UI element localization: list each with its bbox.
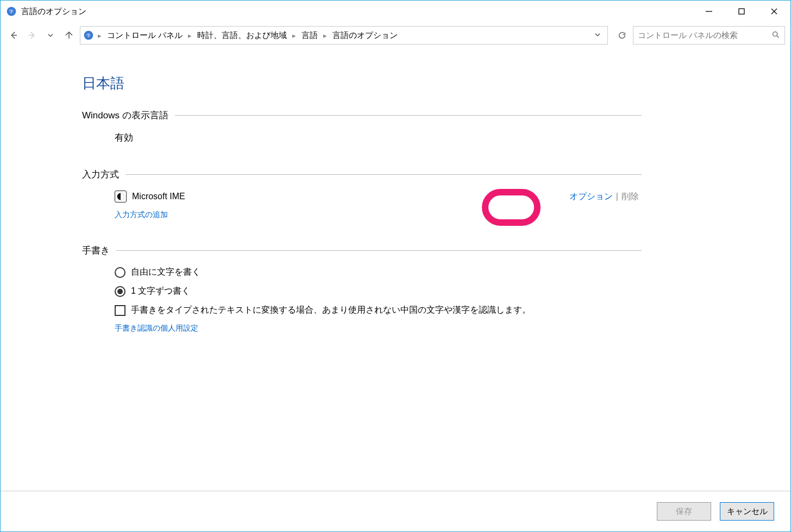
nav-up-button[interactable]	[61, 28, 77, 43]
section-handwriting: 手書き 自由に文字を書く 1 文字ずつ書く 手書きをタイプされたテキストに変換す…	[82, 244, 642, 333]
refresh-button[interactable]	[614, 28, 630, 43]
radio-free-writing[interactable]: 自由に文字を書く	[115, 267, 642, 278]
breadcrumb[interactable]: 字 ▸ コントロール パネル ▸ 時計、言語、および地域 ▸ 言語 ▸ 言語のオ…	[80, 26, 608, 45]
breadcrumb-item[interactable]: 言語	[299, 30, 320, 41]
checkbox-label: 手書きをタイプされたテキストに変換する場合、あまり使用されない中国の文字や漢字を…	[131, 305, 531, 316]
radio-icon	[115, 267, 125, 278]
breadcrumb-item[interactable]: 時計、言語、および地域	[195, 30, 289, 41]
save-button[interactable]: 保存	[657, 502, 711, 521]
separator: |	[616, 192, 618, 201]
page-title: 日本語	[82, 74, 790, 93]
maximize-button[interactable]	[725, 1, 758, 22]
section-title: 入力方式	[82, 168, 119, 181]
nav-forward-button[interactable]	[24, 28, 40, 43]
checkbox-rare-chars[interactable]: 手書きをタイプされたテキストに変換する場合、あまり使用されない中国の文字や漢字を…	[115, 305, 642, 316]
svg-text:字: 字	[9, 9, 14, 14]
close-button[interactable]	[758, 1, 790, 22]
search-input[interactable]: コントロール パネルの検索	[633, 26, 785, 45]
svg-rect-3	[739, 9, 744, 14]
chevron-right-icon: ▸	[322, 31, 328, 40]
search-placeholder: コントロール パネルの検索	[638, 30, 771, 41]
checkbox-icon	[115, 305, 125, 316]
radio-one-char[interactable]: 1 文字ずつ書く	[115, 286, 642, 297]
nav-recent-dropdown[interactable]	[43, 28, 58, 43]
section-input-method: 入力方式 Microsoft IME オプション | 削除 入力方式の追加	[82, 168, 642, 220]
section-title: Windows の表示言語	[82, 109, 168, 122]
chevron-right-icon: ▸	[291, 31, 297, 40]
chevron-right-icon: ▸	[187, 31, 193, 40]
radio-label: 自由に文字を書く	[131, 267, 200, 278]
app-icon: 字	[6, 6, 17, 17]
svg-line-12	[777, 36, 779, 37]
section-display-language: Windows の表示言語 有効	[82, 109, 642, 144]
divider	[116, 250, 642, 251]
minimize-button[interactable]	[693, 1, 725, 22]
content-area: 日本語 Windows の表示言語 有効 入力方式 Microsoft IME …	[1, 52, 790, 491]
svg-text:字: 字	[86, 33, 91, 38]
nav-back-button[interactable]	[6, 28, 21, 43]
breadcrumb-item[interactable]: コントロール パネル	[105, 30, 185, 41]
footer: 保存 キャンセル	[1, 491, 790, 531]
search-icon	[771, 30, 780, 41]
titlebar: 字 言語のオプション	[1, 1, 790, 22]
chevron-right-icon: ▸	[97, 31, 103, 40]
ime-remove-link[interactable]: 削除	[622, 191, 639, 202]
handwriting-personalize-link[interactable]: 手書き認識の個人用設定	[115, 324, 198, 333]
window-title: 言語のオプション	[21, 7, 86, 17]
breadcrumb-item[interactable]: 言語のオプション	[330, 30, 400, 41]
ime-icon	[115, 191, 127, 202]
navbar: 字 ▸ コントロール パネル ▸ 時計、言語、および地域 ▸ 言語 ▸ 言語のオ…	[1, 22, 790, 48]
display-language-status: 有効	[115, 132, 133, 143]
divider	[175, 115, 642, 116]
radio-label: 1 文字ずつ書く	[131, 286, 190, 297]
window-controls	[693, 1, 790, 22]
section-title: 手書き	[82, 244, 110, 257]
svg-point-11	[773, 31, 777, 36]
ime-name: Microsoft IME	[132, 192, 185, 201]
ime-options-link[interactable]: オプション	[569, 191, 613, 202]
ime-row: Microsoft IME オプション | 削除	[115, 191, 639, 202]
cancel-button[interactable]: キャンセル	[720, 502, 774, 521]
chevron-down-icon[interactable]	[594, 31, 601, 40]
breadcrumb-icon: 字	[83, 29, 95, 41]
radio-icon	[115, 286, 125, 297]
divider	[125, 174, 642, 175]
add-input-method-link[interactable]: 入力方式の追加	[115, 210, 168, 220]
